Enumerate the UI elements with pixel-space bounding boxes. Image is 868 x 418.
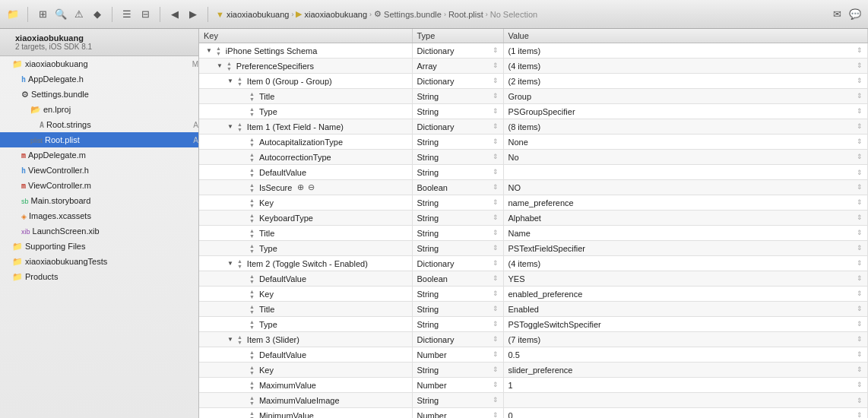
row-stepper[interactable]: ▲▼: [249, 198, 255, 208]
type-cell[interactable]: String ⇕: [412, 135, 503, 150]
value-cell[interactable]: (2 items) ⇕: [503, 74, 868, 89]
table-row[interactable]: ▲▼ MaximumValueImage String ⇕ ⇕: [199, 393, 868, 408]
value-cell[interactable]: 0.5 ⇕: [503, 347, 868, 363]
stepper-up[interactable]: ▲: [249, 91, 255, 97]
value-cell[interactable]: (4 items) ⇕: [503, 256, 868, 271]
table-row[interactable]: ▲▼ AutocorrectionType String ⇕ No ⇕: [199, 150, 868, 165]
row-stepper[interactable]: ▲▼: [249, 213, 255, 223]
stepper-up[interactable]: ▲: [249, 350, 255, 355]
value-cell[interactable]: Name ⇕: [503, 226, 868, 241]
table-row[interactable]: ▲▼ IsSecure ⊕⊖ Boolean ⇕ NO ⇕: [199, 180, 868, 195]
table-row[interactable]: ▼ ▲▼ Item 1 (Text Field - Name) Dictiona…: [199, 119, 868, 135]
value-cell[interactable]: None ⇕: [503, 135, 868, 150]
stepper-down[interactable]: ▼: [227, 66, 232, 71]
row-stepper[interactable]: ▲▼: [237, 122, 242, 132]
sidebar-item-products[interactable]: 📁 Products: [0, 269, 198, 284]
type-sort-ctrl[interactable]: ⇕: [493, 411, 499, 419]
type-cell[interactable]: Boolean ⇕: [412, 180, 503, 195]
table-row[interactable]: ▼ ▲▼ Item 3 (Slider) Dictionary ⇕ (7 ite…: [199, 332, 868, 347]
stepper-up[interactable]: ▲: [227, 61, 232, 66]
type-sort-ctrl[interactable]: ⇕: [493, 259, 499, 267]
breadcrumb-item-3[interactable]: ⚙ Settings.bundle: [374, 9, 442, 19]
sidebar-item-en-lproj[interactable]: 📂 en.lproj: [0, 102, 198, 117]
sidebar-item-main-storyboard[interactable]: sb Main.storyboard: [0, 193, 198, 208]
type-cell[interactable]: Number ⇕: [412, 408, 503, 419]
table-row[interactable]: ▲▼ AutocapitalizationType String ⇕ None …: [199, 135, 868, 150]
stepper-up[interactable]: ▲: [249, 152, 255, 157]
stepper-down[interactable]: ▼: [249, 385, 255, 391]
expand-triangle[interactable]: ▼: [217, 62, 223, 69]
type-sort-ctrl[interactable]: ⇕: [493, 107, 499, 115]
stepper-up[interactable]: ▲: [249, 137, 255, 142]
row-stepper[interactable]: ▲▼: [249, 395, 255, 406]
type-cell[interactable]: String ⇕: [412, 287, 503, 302]
value-sort-ctrl[interactable]: ⇕: [857, 183, 863, 191]
type-sort-ctrl[interactable]: ⇕: [493, 183, 499, 191]
table-row[interactable]: ▲▼ DefaultValue Number ⇕ 0.5 ⇕: [199, 347, 868, 363]
table-row[interactable]: ▲▼ MinimumValue Number ⇕ 0 ⇕: [199, 408, 868, 419]
stepper-down[interactable]: ▼: [249, 249, 255, 254]
type-sort-ctrl[interactable]: ⇕: [493, 198, 499, 206]
grid-icon[interactable]: ⊞: [36, 8, 49, 21]
type-cell[interactable]: String ⇕: [412, 302, 503, 317]
value-cell[interactable]: 1 ⇕: [503, 378, 868, 393]
type-sort-ctrl[interactable]: ⇕: [493, 62, 499, 69]
row-stepper[interactable]: ▲▼: [249, 167, 255, 178]
stepper-up[interactable]: ▲: [249, 182, 255, 188]
stepper-down[interactable]: ▼: [249, 279, 255, 284]
type-cell[interactable]: String ⇕: [412, 393, 503, 408]
stepper-up[interactable]: ▲: [249, 167, 255, 173]
table-row[interactable]: ▼ ▲▼ PreferenceSpecifiers Array ⇕ (4 ite…: [199, 59, 868, 74]
value-cell[interactable]: PSToggleSwitchSpecifier ⇕: [503, 317, 868, 332]
value-cell[interactable]: Group ⇕: [503, 89, 868, 104]
stepper-down[interactable]: ▼: [249, 294, 255, 299]
value-sort-ctrl[interactable]: ⇕: [857, 198, 863, 206]
value-sort-ctrl[interactable]: ⇕: [857, 335, 863, 343]
sidebar-item-appdelegate-h[interactable]: h AppDelegate.h: [0, 71, 198, 87]
value-cell[interactable]: PSTextFieldSpecifier ⇕: [503, 241, 868, 256]
stepper-up[interactable]: ▲: [249, 243, 255, 249]
type-sort-ctrl[interactable]: ⇕: [493, 77, 499, 84]
stepper-down[interactable]: ▼: [249, 309, 255, 315]
row-stepper[interactable]: ▲▼: [249, 380, 255, 391]
expand-triangle[interactable]: ▼: [227, 123, 233, 130]
type-cell[interactable]: Dictionary ⇕: [412, 74, 503, 89]
table-row[interactable]: ▲▼ Title String ⇕ Group ⇕: [199, 89, 868, 104]
type-sort-ctrl[interactable]: ⇕: [493, 138, 499, 145]
value-cell[interactable]: No ⇕: [503, 150, 868, 165]
table-row[interactable]: ▲▼ Type String ⇕ PSTextFieldSpecifier ⇕: [199, 241, 868, 256]
value-sort-ctrl[interactable]: ⇕: [857, 305, 863, 312]
type-sort-ctrl[interactable]: ⇕: [493, 229, 499, 236]
value-cell[interactable]: PSGroupSpecifier ⇕: [503, 104, 868, 119]
stepper-down[interactable]: ▼: [249, 97, 255, 102]
table-row[interactable]: ▲▼ Title String ⇕ Enabled ⇕: [199, 302, 868, 317]
stepper-down[interactable]: ▼: [249, 233, 255, 239]
stepper-up[interactable]: ▲: [237, 76, 242, 81]
sidebar-item-root-strings[interactable]: A Root.strings A: [0, 117, 198, 132]
type-sort-ctrl[interactable]: ⇕: [493, 350, 499, 358]
table-row[interactable]: ▲▼ Type String ⇕ PSToggleSwitchSpecifier…: [199, 317, 868, 332]
value-sort-ctrl[interactable]: ⇕: [857, 259, 863, 267]
value-cell[interactable]: 0 ⇕: [503, 408, 868, 419]
value-cell[interactable]: slider_preference ⇕: [503, 363, 868, 378]
row-stepper[interactable]: ▲▼: [249, 228, 255, 239]
value-cell[interactable]: enabled_preference ⇕: [503, 287, 868, 302]
stepper-down[interactable]: ▼: [249, 188, 255, 193]
type-sort-ctrl[interactable]: ⇕: [493, 92, 499, 100]
type-cell[interactable]: String ⇕: [412, 211, 503, 226]
value-cell[interactable]: ⇕: [503, 393, 868, 408]
search-icon[interactable]: 🔍: [54, 8, 68, 21]
type-cell[interactable]: String ⇕: [412, 363, 503, 378]
type-sort-ctrl[interactable]: ⇕: [493, 122, 499, 130]
value-sort-ctrl[interactable]: ⇕: [857, 244, 863, 252]
type-sort-ctrl[interactable]: ⇕: [493, 320, 499, 328]
table-row[interactable]: ▲▼ DefaultValue Boolean ⇕ YES ⇕: [199, 271, 868, 287]
flag-icon[interactable]: ◆: [90, 8, 104, 21]
row-stepper[interactable]: ▲▼: [249, 137, 255, 147]
row-stepper[interactable]: ▲▼: [249, 304, 255, 315]
row-stepper[interactable]: ▲▼: [237, 258, 242, 269]
type-sort-ctrl[interactable]: ⇕: [493, 366, 499, 373]
value-sort-ctrl[interactable]: ⇕: [857, 290, 863, 297]
type-cell[interactable]: Number ⇕: [412, 378, 503, 393]
value-sort-ctrl[interactable]: ⇕: [857, 92, 863, 100]
